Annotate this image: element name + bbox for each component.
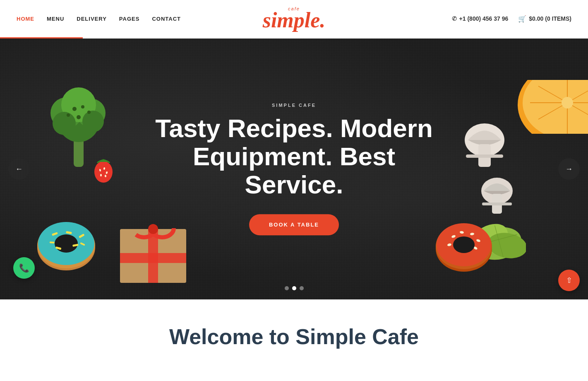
- scroll-top-button[interactable]: ⇧: [558, 270, 580, 291]
- phone-fab-icon: 📞: [19, 263, 29, 273]
- hero-content: SIMPLE CAFE Tasty Recipes. Modern Equipm…: [154, 103, 435, 235]
- arrow-right-icon: →: [565, 165, 573, 174]
- phone-icon: ✆: [452, 15, 457, 22]
- phone-fab-button[interactable]: 📞: [13, 257, 35, 279]
- hero-title: Tasty Recipes. Modern Equipment. Best Se…: [154, 114, 435, 199]
- cart-info[interactable]: 🛒 $0.00 (0 ITEMS): [518, 15, 571, 23]
- main-nav: HOME MENU DELIVERY PAGES CONTACT: [17, 16, 181, 22]
- scroll-top-icon: ⇧: [566, 276, 572, 285]
- header-right: ✆ +1 (800) 456 37 96 🛒 $0.00 (0 ITEMS): [452, 15, 571, 23]
- slider-dot-1[interactable]: [285, 286, 289, 290]
- header: HOME MENU DELIVERY PAGES CONTACT cafe si…: [0, 0, 588, 37]
- nav-home[interactable]: HOME: [17, 16, 34, 22]
- logo-main: simple.: [263, 8, 326, 32]
- nav-pages[interactable]: PAGES: [119, 16, 140, 22]
- slider-dots: [285, 286, 304, 290]
- logo[interactable]: cafe simple.: [263, 7, 326, 31]
- cart-icon: 🛒: [518, 15, 526, 23]
- welcome-title: Welcome to Simple Cafe: [17, 324, 571, 349]
- nav-contact[interactable]: CONTACT: [152, 16, 181, 22]
- slider-prev-button[interactable]: ←: [8, 158, 30, 180]
- slider-dot-3[interactable]: [300, 286, 304, 290]
- arrow-left-icon: ←: [15, 165, 23, 174]
- welcome-section: Welcome to Simple Cafe: [0, 299, 588, 357]
- book-table-button[interactable]: BOOK A TABLE: [249, 214, 339, 235]
- nav-menu[interactable]: MENU: [47, 16, 64, 22]
- nav-delivery[interactable]: DELIVERY: [77, 16, 107, 22]
- cart-total: $0.00 (0 ITEMS): [529, 15, 571, 22]
- phone-info[interactable]: ✆ +1 (800) 456 37 96: [452, 15, 509, 22]
- phone-number: +1 (800) 456 37 96: [459, 15, 509, 22]
- slider-dot-2[interactable]: [292, 286, 296, 290]
- hero-section: SIMPLE CAFE Tasty Recipes. Modern Equipm…: [0, 39, 588, 299]
- slider-next-button[interactable]: →: [558, 158, 580, 180]
- hero-badge: SIMPLE CAFE: [154, 103, 435, 108]
